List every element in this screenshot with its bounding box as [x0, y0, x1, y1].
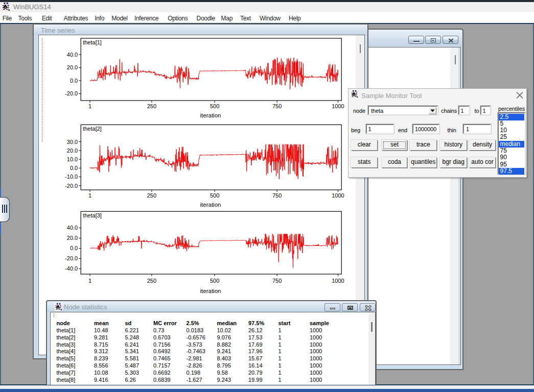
- svg-text:-40.0: -40.0: [65, 265, 78, 272]
- svg-text:250: 250: [147, 278, 156, 284]
- svg-text:1000: 1000: [332, 103, 344, 109]
- svg-text:0.0: 0.0: [69, 245, 77, 251]
- svg-text:750: 750: [272, 103, 281, 109]
- svg-text:0.0: 0.0: [69, 78, 77, 84]
- svg-text:1: 1: [88, 278, 91, 284]
- svg-text:20.0: 20.0: [66, 148, 77, 154]
- svg-text:40.0: 40.0: [66, 52, 77, 58]
- svg-text:750: 750: [272, 192, 281, 199]
- svg-text:750: 750: [272, 278, 281, 284]
- svg-text:250: 250: [147, 103, 156, 109]
- svg-text:20.0: 20.0: [66, 64, 77, 70]
- svg-text:theta[1]: theta[1]: [83, 39, 102, 45]
- svg-text:1: 1: [88, 103, 91, 109]
- svg-text:theta[3]: theta[3]: [83, 212, 102, 218]
- svg-text:40.0: 40.0: [66, 225, 77, 231]
- svg-text:1000: 1000: [332, 192, 344, 199]
- svg-text:iteration: iteration: [200, 202, 221, 208]
- svg-text:-20.0: -20.0: [65, 183, 78, 189]
- svg-text:500: 500: [210, 192, 219, 199]
- svg-text:30.0: 30.0: [66, 139, 77, 145]
- svg-text:iteration: iteration: [200, 288, 221, 294]
- svg-text:1000: 1000: [332, 278, 344, 284]
- svg-text:theta[2]: theta[2]: [83, 126, 102, 132]
- svg-text:iteration: iteration: [200, 112, 221, 118]
- svg-text:1: 1: [88, 192, 91, 199]
- svg-text:-20.0: -20.0: [65, 90, 78, 96]
- svg-text:10.0: 10.0: [66, 156, 77, 162]
- svg-text:500: 500: [210, 278, 219, 284]
- svg-text:500: 500: [210, 103, 219, 109]
- svg-text:250: 250: [147, 192, 156, 199]
- svg-text:20.0: 20.0: [66, 235, 77, 241]
- svg-text:0.0: 0.0: [69, 165, 77, 171]
- svg-text:-10.0: -10.0: [65, 174, 78, 180]
- svg-text:-20.0: -20.0: [65, 255, 78, 261]
